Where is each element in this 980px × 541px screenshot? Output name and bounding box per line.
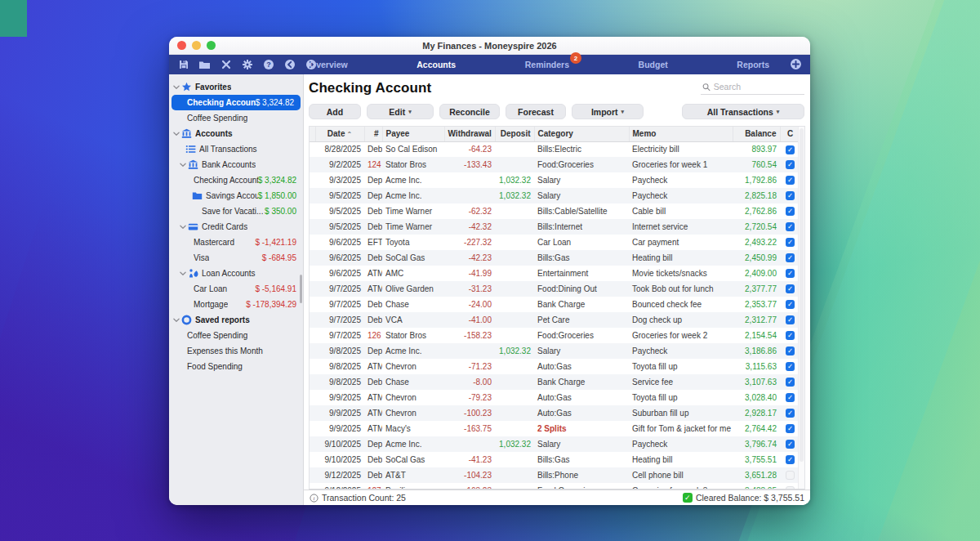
- tools-icon[interactable]: [220, 59, 232, 71]
- sidebar-item-coffee-spending[interactable]: Coffee Spending: [169, 110, 303, 126]
- sidebar-item-coffee-spending[interactable]: Coffee Spending: [169, 328, 303, 343]
- nav-tab-accounts[interactable]: Accounts: [413, 58, 459, 71]
- edit-button[interactable]: Edit▾: [367, 104, 434, 119]
- sidebar-item-save-for-vacati[interactable]: Save for Vacati...$ 350.00: [169, 203, 303, 219]
- sidebar-item-checking-account[interactable]: Checking Account$ 3,324.82: [169, 172, 303, 188]
- cleared-checkbox-checked[interactable]: ✓: [786, 222, 795, 231]
- cleared-checkbox-checked[interactable]: ✓: [786, 269, 795, 278]
- transaction-row[interactable]: 9/9/2025ATMChevron-100.23Auto:GasSuburba…: [310, 405, 800, 421]
- sidebar-item-car-loan[interactable]: Car Loan$ -5,164.91: [169, 281, 303, 297]
- transaction-row[interactable]: 9/9/2025ATMChevron-79.23Auto:GasToyota f…: [310, 390, 800, 405]
- column-header-deposit[interactable]: Deposit: [495, 127, 534, 141]
- nav-tab-budget[interactable]: Budget: [635, 58, 671, 71]
- sidebar-item-favorites[interactable]: Favorites: [169, 79, 303, 95]
- sidebar-item-mastercard[interactable]: Mastercard$ -1,421.19: [169, 235, 303, 250]
- transaction-row[interactable]: 9/5/2025DebitTime Warner-42.32Bills:Inte…: [310, 219, 800, 235]
- table-scrollbar[interactable]: [798, 127, 804, 489]
- column-header-memo[interactable]: Memo: [629, 127, 733, 141]
- cleared-checkbox-checked[interactable]: ✓: [786, 409, 795, 418]
- cleared-checkbox-checked[interactable]: ✓: [786, 331, 795, 340]
- transaction-row[interactable]: 9/6/2025EFTToyota-227.32Car LoanCar paym…: [310, 235, 800, 250]
- cleared-checkbox-checked[interactable]: ✓: [786, 300, 795, 309]
- transaction-row[interactable]: 9/7/2025126Stator Bros-158.23Food:Grocer…: [310, 328, 800, 343]
- cleared-checkbox-unchecked[interactable]: [786, 486, 795, 490]
- cleared-checkbox-checked[interactable]: ✓: [786, 315, 795, 324]
- transaction-row[interactable]: 9/7/2025ATMOlive Garden-31.23Food:Dining…: [310, 281, 800, 297]
- settings-gear-icon[interactable]: [241, 59, 253, 71]
- nav-tab-overview[interactable]: Overview: [306, 58, 351, 71]
- cleared-checkbox-checked[interactable]: ✓: [786, 347, 795, 355]
- cleared-checkbox-checked[interactable]: ✓: [786, 238, 795, 247]
- plus-circle-icon[interactable]: [790, 58, 802, 70]
- column-header-withdrawal[interactable]: Withdrawal: [444, 127, 495, 141]
- sidebar-item-mortgage[interactable]: Mortgage$ -178,394.29: [169, 297, 303, 312]
- help-icon[interactable]: ?: [262, 59, 274, 71]
- add-button[interactable]: Add: [309, 104, 361, 119]
- cleared-checkbox-checked[interactable]: ✓: [786, 362, 795, 371]
- cleared-checkbox-checked[interactable]: ✓: [786, 253, 795, 262]
- transaction-row[interactable]: 9/6/2025DebitSoCal Gas-42.23Bills:GasHea…: [310, 250, 800, 266]
- nav-tab-reminders[interactable]: Reminders2: [522, 58, 572, 71]
- transaction-row[interactable]: 8/28/2025DebitSo Cal Edison-64.23Bills:E…: [310, 141, 800, 157]
- search-field[interactable]: [701, 80, 804, 95]
- table-scrollbar-thumb[interactable]: [800, 128, 804, 462]
- sidebar-item-expenses-this-month[interactable]: Expenses this Month: [169, 343, 303, 359]
- sidebar-item-accounts[interactable]: Accounts: [169, 126, 303, 141]
- column-header-category[interactable]: Category: [534, 127, 629, 141]
- transaction-row[interactable]: 9/12/2025DebitAT&T-104.23Bills:PhoneCell…: [310, 467, 800, 483]
- transaction-row[interactable]: 9/3/2025DepositAcme Inc.1,032.32SalaryPa…: [310, 172, 800, 188]
- cleared-checkbox-checked[interactable]: ✓: [786, 191, 795, 200]
- forecast-button[interactable]: Forecast: [506, 104, 566, 119]
- transaction-row[interactable]: 9/5/2025DepositAcme Inc.1,032.32SalaryPa…: [310, 188, 800, 203]
- sidebar-item-food-spending[interactable]: Food Spending: [169, 359, 303, 374]
- transaction-row[interactable]: 9/8/2025DepositAcme Inc.1,032.32SalaryPa…: [310, 343, 800, 359]
- import-button[interactable]: Import▾: [572, 104, 644, 119]
- cleared-checkbox-checked[interactable]: ✓: [786, 424, 795, 433]
- transaction-row[interactable]: 9/8/2025DebitChase-8.00Bank ChargeServic…: [310, 374, 800, 390]
- column-header-date[interactable]: Date⌃: [315, 127, 364, 141]
- cleared-checkbox-checked[interactable]: ✓: [786, 284, 795, 293]
- sidebar-item-bank-accounts[interactable]: Bank Accounts: [169, 157, 303, 172]
- sidebar-item-loan-accounts[interactable]: Loan Accounts: [169, 266, 303, 281]
- column-header-status[interactable]: [310, 127, 315, 141]
- column-header-[interactable]: #: [364, 127, 382, 141]
- nav-tab-reports[interactable]: Reports: [733, 58, 773, 71]
- save-icon[interactable]: [177, 59, 189, 71]
- transaction-row[interactable]: 9/6/2025ATMAMC-41.99EntertainmentMovie t…: [310, 266, 800, 281]
- transaction-row[interactable]: 9/12/2025127Pavilions-163.23Food:Groceri…: [310, 483, 800, 490]
- cleared-checkbox-checked[interactable]: ✓: [786, 393, 795, 402]
- sidebar-item-saved-reports[interactable]: Saved reports: [169, 312, 303, 328]
- transaction-row[interactable]: 9/8/2025ATMChevron-71.23Auto:GasToyota f…: [310, 359, 800, 374]
- column-header-payee[interactable]: Payee: [382, 127, 444, 141]
- transactions-filter-button[interactable]: All Transactions▾: [682, 104, 804, 119]
- sidebar-item-savings-account[interactable]: Savings Account$ 1,850.00: [169, 188, 303, 203]
- sidebar-item-checking-account[interactable]: Checking Account$ 3,324.82: [172, 95, 301, 110]
- table-header-row[interactable]: Date⌃#PayeeWithdrawalDepositCategoryMemo…: [310, 127, 800, 141]
- sidebar-scrollbar-thumb[interactable]: [300, 275, 302, 303]
- transaction-row[interactable]: 9/10/2025DebitSoCal Gas-41.23Bills:GasHe…: [310, 452, 800, 467]
- open-folder-icon[interactable]: [198, 59, 211, 71]
- transaction-row[interactable]: 9/2/2025124Stator Bros-133.43Food:Grocer…: [310, 157, 800, 172]
- cleared-checkbox-checked[interactable]: ✓: [786, 176, 795, 185]
- deposit-cell: [495, 452, 534, 467]
- cleared-checkbox-checked[interactable]: ✓: [786, 145, 795, 154]
- transaction-row[interactable]: 9/7/2025DebitVCA-41.00Pet CareDog check …: [310, 312, 800, 328]
- cleared-checkbox-checked[interactable]: ✓: [786, 207, 795, 216]
- cleared-checkbox-checked[interactable]: ✓: [786, 378, 795, 387]
- search-input[interactable]: [714, 82, 803, 92]
- transaction-row[interactable]: 9/9/2025ATMMacy's-163.752 SplitsGift for…: [310, 421, 800, 436]
- cleared-checkbox-unchecked[interactable]: [786, 471, 795, 480]
- transaction-row[interactable]: 9/5/2025DebitTime Warner-62.32Bills:Cabl…: [310, 203, 800, 219]
- reconcile-button[interactable]: Reconcile: [439, 104, 500, 119]
- cleared-checkbox-checked[interactable]: ✓: [786, 160, 795, 169]
- sidebar-item-credit-cards[interactable]: Credit Cards: [169, 219, 303, 235]
- transaction-row[interactable]: 9/10/2025DepositAcme Inc.1,032.32SalaryP…: [310, 436, 800, 452]
- transaction-row[interactable]: 9/7/2025DebitChase-24.00Bank ChargeBounc…: [310, 297, 800, 312]
- back-icon[interactable]: [283, 59, 296, 71]
- cleared-checkbox-checked[interactable]: ✓: [786, 440, 795, 449]
- sidebar-item-visa[interactable]: Visa$ -684.95: [169, 250, 303, 266]
- sidebar-item-all-transactions[interactable]: All Transactions: [169, 141, 303, 157]
- deposit-cell: 1,032.32: [495, 436, 534, 452]
- column-header-balance[interactable]: Balance: [733, 127, 780, 141]
- cleared-checkbox-checked[interactable]: ✓: [786, 455, 795, 464]
